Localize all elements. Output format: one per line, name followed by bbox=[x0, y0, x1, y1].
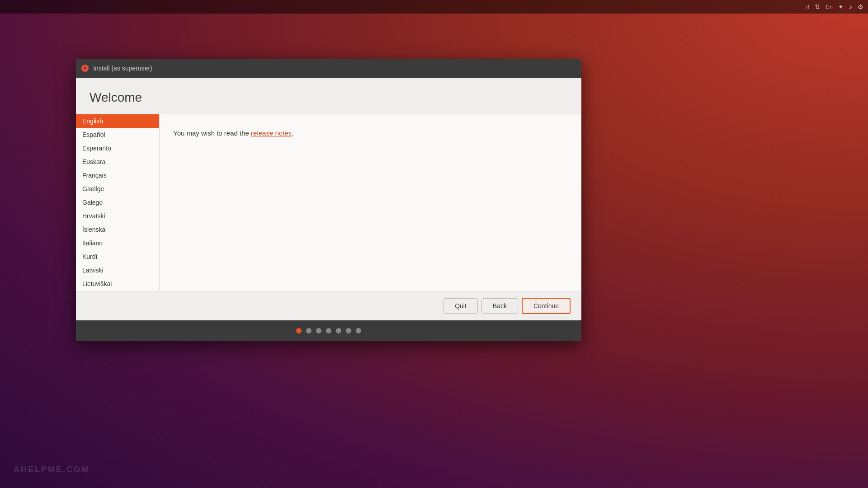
welcome-title: Welcome bbox=[90, 90, 568, 105]
lang-item-lietuviskai[interactable]: Lietuviškai bbox=[76, 277, 159, 291]
install-dialog: Install (as superuser) Welcome English E… bbox=[76, 59, 581, 341]
lang-item-kurdi[interactable]: Kurdî bbox=[76, 250, 159, 263]
button-row: Quit Back Continue bbox=[76, 291, 581, 320]
progress-dot-1 bbox=[296, 328, 302, 333]
welcome-text-prefix: You may wish to read the bbox=[173, 129, 251, 137]
lang-item-italiano[interactable]: Italiano bbox=[76, 236, 159, 250]
topbar: ⑁ ⇅ En ✦ ♪ ⚙ bbox=[0, 0, 868, 14]
progress-dot-2 bbox=[306, 328, 311, 333]
volume-icon[interactable]: ♪ bbox=[849, 3, 852, 10]
lang-item-francais[interactable]: Français bbox=[76, 169, 159, 182]
lang-item-espanol[interactable]: Español bbox=[76, 128, 159, 141]
lang-item-english[interactable]: English bbox=[76, 114, 159, 128]
right-panel: You may wish to read the release notes. bbox=[160, 114, 581, 291]
release-notes-link[interactable]: release notes bbox=[251, 129, 292, 137]
back-button[interactable]: Back bbox=[481, 298, 518, 314]
progress-dot-6 bbox=[346, 328, 351, 333]
accessibility-icon[interactable]: ⑁ bbox=[806, 3, 809, 10]
dialog-title: Install (as superuser) bbox=[93, 65, 152, 72]
lang-item-esperanto[interactable]: Esperanto bbox=[76, 141, 159, 155]
titlebar: Install (as superuser) bbox=[76, 59, 581, 78]
progress-dot-7 bbox=[356, 328, 361, 333]
watermark: AHELPME.COM bbox=[14, 465, 90, 474]
quit-button[interactable]: Quit bbox=[443, 298, 478, 314]
dialog-content: Welcome English Español Esperanto Euskar… bbox=[76, 78, 581, 320]
lang-item-galego[interactable]: Galego bbox=[76, 196, 159, 209]
keyboard-label[interactable]: En bbox=[826, 4, 833, 10]
welcome-header: Welcome bbox=[76, 78, 581, 114]
progress-dot-4 bbox=[326, 328, 331, 333]
welcome-text-period: . bbox=[292, 129, 293, 137]
bluetooth-icon[interactable]: ✦ bbox=[838, 3, 844, 10]
lang-item-euskara[interactable]: Euskara bbox=[76, 155, 159, 169]
progress-dots-bar bbox=[76, 320, 581, 341]
progress-dot-5 bbox=[336, 328, 341, 333]
network-icon[interactable]: ⇅ bbox=[815, 3, 820, 10]
main-body: English Español Esperanto Euskara França… bbox=[76, 114, 581, 291]
lang-item-gaeilge[interactable]: Gaeilge bbox=[76, 182, 159, 196]
language-list: English Español Esperanto Euskara França… bbox=[76, 114, 160, 291]
close-button[interactable] bbox=[81, 65, 89, 72]
lang-item-latviski[interactable]: Latviski bbox=[76, 263, 159, 277]
settings-icon[interactable]: ⚙ bbox=[858, 3, 863, 10]
lang-item-hrvatski[interactable]: Hrvatski bbox=[76, 209, 159, 223]
welcome-description: You may wish to read the release notes. bbox=[173, 128, 568, 139]
footer: Quit Back Continue bbox=[76, 291, 581, 320]
lang-item-islenska[interactable]: Íslenska bbox=[76, 223, 159, 236]
progress-dot-3 bbox=[316, 328, 321, 333]
continue-button[interactable]: Continue bbox=[522, 298, 571, 314]
